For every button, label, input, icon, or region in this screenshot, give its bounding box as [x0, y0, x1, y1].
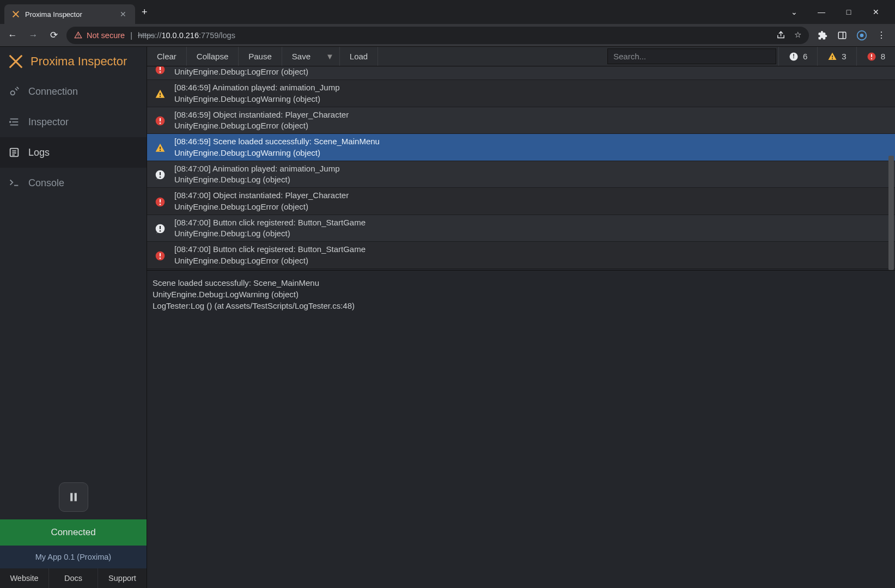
list-icon — [8, 115, 21, 128]
log-text: [08:47:00] Object instantiated: Player_C… — [174, 190, 349, 212]
error-icon — [153, 114, 168, 126]
log-detail-panel: Scene loaded successfully: Scene_MainMen… — [147, 270, 895, 588]
footer-link-support[interactable]: Support — [98, 568, 147, 588]
sidebar-item-inspector[interactable]: Inspector — [0, 107, 147, 137]
satellite-icon — [8, 85, 21, 98]
log-text: [08:47:00] Button click registered: Butt… — [174, 217, 366, 240]
sidebar-item-label: Inspector — [28, 117, 69, 128]
search-input[interactable]: Search... — [607, 48, 776, 64]
pause-logs-button[interactable]: Pause — [239, 47, 282, 66]
error-count: 8 — [881, 52, 885, 61]
pause-button[interactable] — [59, 482, 88, 512]
window-controls: ⌄ ― □ ✕ — [786, 8, 891, 16]
sidebar-item-console[interactable]: Console — [0, 168, 147, 198]
proxima-logo-icon — [8, 53, 24, 70]
svg-point-23 — [871, 58, 872, 59]
browser-tab[interactable]: Proxima Inspector ✕ — [4, 4, 135, 24]
log-row[interactable]: [08:47:00] Button click registered: Butt… — [147, 242, 895, 269]
close-window-button[interactable]: ✕ — [868, 8, 884, 16]
warn-icon — [153, 142, 168, 154]
svg-point-26 — [160, 71, 161, 73]
log-text: [08:46:59] Animation played: animation_J… — [174, 82, 340, 105]
url-bar-row: ← → ⟳ Not secure | https://10.0.0.216:77… — [0, 24, 895, 47]
share-icon[interactable] — [776, 30, 786, 40]
error-icon — [153, 249, 168, 261]
warn-count-pill[interactable]: 3 — [817, 47, 856, 66]
address-bar[interactable]: Not secure | https://10.0.0.216:7759/log… — [66, 27, 809, 44]
log-text: UnityEngine.Debug:LogError (object) — [174, 66, 308, 77]
close-tab-icon[interactable]: ✕ — [118, 10, 129, 19]
svg-point-42 — [160, 230, 161, 232]
svg-point-36 — [160, 176, 161, 178]
warning-icon — [827, 52, 837, 62]
save-dropdown-button[interactable]: ▼ — [320, 47, 340, 66]
chevron-down-icon[interactable]: ⌄ — [786, 8, 802, 16]
log-row[interactable]: [08:46:59] Object instantiated: Player_C… — [147, 107, 895, 134]
logs-icon — [8, 146, 21, 159]
profile-icon[interactable] — [856, 29, 868, 41]
error-icon — [153, 69, 168, 75]
app-root: Proxima Inspector Connection Inspector L… — [0, 47, 895, 588]
url-actions: ☆ — [776, 30, 801, 40]
log-row[interactable]: [08:47:00] Animation played: animation_J… — [147, 161, 895, 188]
svg-text:!: ! — [793, 53, 795, 59]
tab-strip: Proxima Inspector ✕ + ⌄ ― □ ✕ — [0, 0, 895, 24]
log-row[interactable]: [08:46:59] Scene loaded successfully: Sc… — [147, 134, 895, 161]
star-icon[interactable]: ☆ — [794, 30, 801, 40]
favicon-icon — [11, 9, 21, 19]
collapse-button[interactable]: Collapse — [187, 47, 239, 66]
log-row[interactable]: UnityEngine.Debug:LogError (object) — [147, 66, 895, 80]
log-text: [08:47:00] Animation played: animation_J… — [174, 163, 340, 186]
back-button[interactable]: ← — [4, 27, 21, 44]
save-button[interactable]: Save — [282, 47, 320, 66]
clear-button[interactable]: Clear — [147, 47, 187, 66]
warn-count: 3 — [842, 52, 846, 61]
reload-button[interactable]: ⟳ — [46, 27, 62, 44]
footer-link-website[interactable]: Website — [0, 568, 49, 588]
log-list[interactable]: UnityEngine.Debug:LogError (object)[08:4… — [147, 66, 895, 270]
footer-link-docs[interactable]: Docs — [49, 568, 98, 588]
sidebar-item-label: Logs — [28, 147, 50, 158]
info-bubble-icon: ! — [789, 52, 799, 62]
extensions-icon[interactable] — [817, 29, 829, 41]
error-icon — [867, 52, 876, 62]
footer-links: Website Docs Support — [0, 568, 147, 588]
sidebar-item-logs[interactable]: Logs — [0, 137, 147, 168]
menu-dots-icon[interactable]: ⋮ — [875, 29, 887, 41]
sidebar-toggle-icon[interactable] — [836, 29, 848, 41]
info-icon — [153, 222, 168, 234]
chrome-extensions: ⋮ — [813, 29, 891, 41]
error-count-pill[interactable]: 8 — [856, 47, 895, 66]
svg-point-28 — [160, 96, 161, 97]
scrollbar-thumb[interactable] — [888, 156, 894, 270]
new-tab-button[interactable]: + — [135, 7, 154, 18]
svg-point-5 — [860, 33, 864, 37]
svg-rect-16 — [70, 493, 72, 501]
sidebar-item-connection[interactable]: Connection — [0, 76, 147, 107]
detail-line: UnityEngine.Debug:LogWarning (object) — [153, 289, 890, 300]
svg-rect-17 — [74, 493, 76, 501]
main-panel: Clear Collapse Pause Save ▼ Load Search.… — [147, 47, 895, 588]
info-count: 6 — [803, 52, 807, 61]
url-text: https://10.0.0.216:7759/logs — [138, 31, 235, 40]
connected-app-name: My App 0.1 (Proxima) — [0, 546, 147, 568]
log-row[interactable]: [08:47:00] Object instantiated: Player_C… — [147, 188, 895, 215]
forward-button[interactable]: → — [25, 27, 41, 44]
log-row[interactable]: [08:47:00] Button click registered: Butt… — [147, 215, 895, 242]
minimize-button[interactable]: ― — [813, 8, 830, 16]
detail-line: LogTester:Log () (at Assets/TestScripts/… — [153, 300, 890, 311]
sidebar-item-label: Connection — [28, 86, 78, 97]
log-row[interactable]: [08:46:59] Animation played: animation_J… — [147, 80, 895, 107]
log-text: [08:46:59] Object instantiated: Player_C… — [174, 109, 349, 132]
load-button[interactable]: Load — [340, 47, 378, 66]
terminal-icon — [8, 176, 21, 189]
not-secure-label: Not secure — [87, 31, 125, 40]
maximize-button[interactable]: □ — [841, 8, 857, 16]
warning-triangle-icon — [74, 31, 82, 39]
svg-point-39 — [160, 203, 161, 205]
warn-icon — [153, 88, 168, 100]
pause-icon — [68, 491, 79, 503]
info-count-pill[interactable]: ! 6 — [778, 47, 817, 66]
connection-status: Connected — [0, 519, 147, 546]
detail-line: Scene loaded successfully: Scene_MainMen… — [153, 277, 890, 289]
